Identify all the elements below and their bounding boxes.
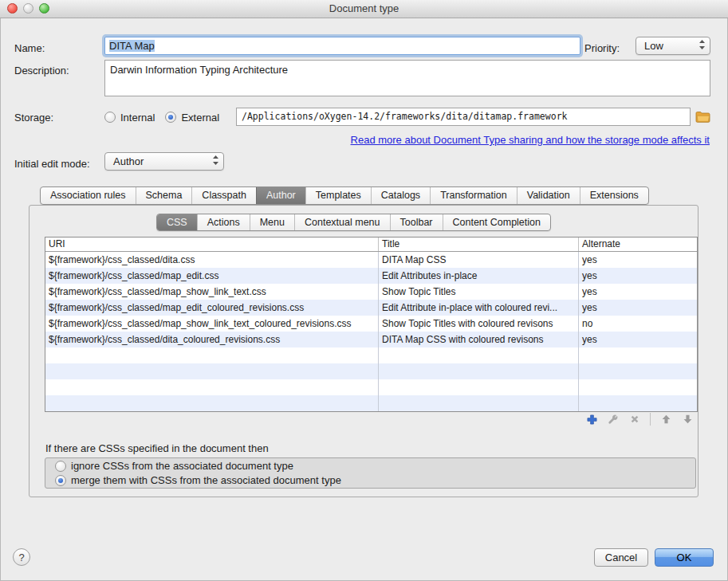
column-header-uri[interactable]: URI	[45, 238, 379, 251]
table-cell	[579, 347, 697, 363]
table-cell	[579, 363, 697, 379]
subtab-content-completion[interactable]: Content Completion	[443, 214, 550, 230]
add-icon[interactable]	[585, 413, 598, 426]
table-cell: yes	[579, 284, 697, 300]
edit-icon[interactable]	[607, 413, 620, 426]
table-row-empty	[45, 363, 697, 379]
table-row[interactable]: ${framework}/css_classed/map_show_link_t…	[45, 284, 697, 300]
table-cell: ${framework}/css_classed/map_show_link_t…	[45, 316, 379, 332]
name-input[interactable]: DITA Map	[104, 37, 580, 55]
css-options-caption: If there are CSSs specified in the docum…	[45, 442, 269, 454]
css-table-header: URITitleAlternate	[45, 238, 697, 252]
tab-schema[interactable]: Schema	[136, 187, 192, 204]
storage-path-input[interactable]: /Applications/oXygen-14.2/frameworks/dit…	[236, 108, 691, 126]
storage-option-label: External	[181, 112, 219, 124]
subtab-contextual-menu[interactable]: Contextual menu	[294, 214, 390, 230]
description-value: Darwin Information Typing Architecture	[110, 64, 288, 76]
storage-radio-group: InternalExternal	[104, 109, 219, 125]
help-button[interactable]: ?	[13, 548, 30, 566]
css-option-label: ignore CSSs from the associated document…	[71, 460, 293, 472]
table-cell: Edit Attribute in-place with coloured re…	[379, 300, 579, 316]
table-cell: yes	[579, 300, 697, 316]
radio-icon[interactable]	[55, 475, 66, 486]
browse-folder-icon[interactable]	[695, 111, 710, 123]
read-more-link[interactable]: Read more about Document Type sharing an…	[351, 134, 710, 146]
table-cell: DITA Map CSS	[379, 252, 579, 268]
window-title: Document type	[329, 2, 399, 14]
table-cell: DITA Map CSS with coloured revisons	[379, 332, 579, 347]
storage-option-internal[interactable]: Internal	[104, 112, 155, 124]
edit-mode-value: Author	[113, 153, 212, 170]
table-cell	[379, 363, 579, 379]
priority-select[interactable]: Low	[636, 37, 710, 55]
storage-path-value: /Applications/oXygen-14.2/frameworks/dit…	[242, 111, 568, 122]
table-cell: ${framework}/css_classed/dita.css	[45, 252, 379, 268]
table-cell: ${framework}/css_classed/map_show_link_t…	[45, 284, 379, 300]
css-table-body: ${framework}/css_classed/dita.cssDITA Ma…	[45, 252, 697, 411]
subtab-actions[interactable]: Actions	[197, 214, 250, 230]
css-table: URITitleAlternate ${framework}/css_class…	[45, 237, 698, 412]
subtab-menu[interactable]: Menu	[250, 214, 294, 230]
table-row[interactable]: ${framework}/css_classed/dita_coloured_r…	[45, 332, 697, 347]
table-cell	[379, 395, 579, 411]
table-row-empty	[45, 347, 697, 363]
table-cell	[379, 347, 579, 363]
edit-mode-label: Initial edit mode:	[14, 158, 90, 170]
tab-templates[interactable]: Templates	[305, 187, 371, 204]
table-row[interactable]: ${framework}/css_classed/map_edit.cssEdi…	[45, 268, 697, 284]
tab-extensions[interactable]: Extensions	[580, 187, 648, 204]
cancel-button[interactable]: Cancel	[594, 548, 648, 567]
css-option-ignore-csss-from-the-associated-document-type[interactable]: ignore CSSs from the associated document…	[55, 460, 695, 472]
move-down-icon[interactable]	[681, 413, 694, 426]
table-cell	[579, 395, 697, 411]
table-row[interactable]: ${framework}/css_classed/dita.cssDITA Ma…	[45, 252, 697, 268]
css-option-merge-them-with-csss-from-the-associated-document-type[interactable]: merge them with CSSs from the associated…	[55, 474, 695, 486]
table-cell: ${framework}/css_classed/map_edit_colour…	[45, 300, 379, 316]
minimize-window-button[interactable]	[23, 3, 33, 14]
tab-catalogs[interactable]: Catalogs	[371, 187, 430, 204]
zoom-window-button[interactable]	[39, 3, 49, 14]
table-cell: yes	[579, 252, 697, 268]
subtab-css[interactable]: CSS	[157, 214, 197, 230]
table-cell	[45, 379, 379, 395]
move-up-icon[interactable]	[659, 413, 672, 426]
document-type-dialog: { "window": { "title": "Document type" }…	[0, 0, 728, 581]
edit-mode-select[interactable]: Author	[104, 152, 224, 171]
main-tab-bar: Association rulesSchemaClasspathAuthorTe…	[40, 186, 649, 205]
name-label: Name:	[14, 42, 45, 54]
table-cell: yes	[579, 332, 697, 347]
ok-button[interactable]: OK	[655, 548, 714, 567]
description-input[interactable]: Darwin Information Typing Architecture	[104, 60, 710, 96]
table-row[interactable]: ${framework}/css_classed/map_edit_colour…	[45, 300, 697, 316]
table-cell: ${framework}/css_classed/map_edit.css	[45, 268, 379, 284]
table-cell	[45, 395, 379, 411]
tab-validation[interactable]: Validation	[517, 187, 580, 204]
stepper-arrows-icon	[698, 39, 706, 53]
tab-association-rules[interactable]: Association rules	[41, 187, 136, 204]
storage-option-external[interactable]: External	[165, 112, 219, 124]
priority-label: Priority:	[584, 42, 620, 54]
close-window-button[interactable]	[7, 3, 18, 14]
table-row[interactable]: ${framework}/css_classed/map_show_link_t…	[45, 316, 697, 332]
tab-transformation[interactable]: Transformation	[430, 187, 517, 204]
css-option-label: merge them with CSSs from the associated…	[71, 474, 341, 486]
column-header-title[interactable]: Title	[379, 238, 579, 251]
css-options-group: ignore CSSs from the associated document…	[45, 457, 696, 489]
table-cell	[579, 379, 697, 395]
column-header-alternate[interactable]: Alternate	[579, 238, 697, 251]
tab-classpath[interactable]: Classpath	[191, 187, 256, 204]
radio-icon[interactable]	[165, 112, 176, 123]
delete-icon[interactable]	[628, 413, 641, 426]
tab-author[interactable]: Author	[256, 187, 305, 204]
radio-icon[interactable]	[55, 461, 66, 472]
css-table-toolbar	[585, 413, 694, 426]
subtab-toolbar[interactable]: Toolbar	[390, 214, 443, 230]
table-cell: ${framework}/css_classed/dita_coloured_r…	[45, 332, 379, 347]
author-sub-tab-bar: CSSActionsMenuContextual menuToolbarCont…	[156, 214, 551, 231]
table-row-empty	[45, 395, 697, 411]
table-cell: Edit Attributes in-place	[379, 268, 579, 284]
table-row-empty	[45, 379, 697, 395]
table-cell: no	[579, 316, 697, 332]
description-label: Description:	[14, 65, 69, 77]
radio-icon[interactable]	[104, 112, 116, 123]
